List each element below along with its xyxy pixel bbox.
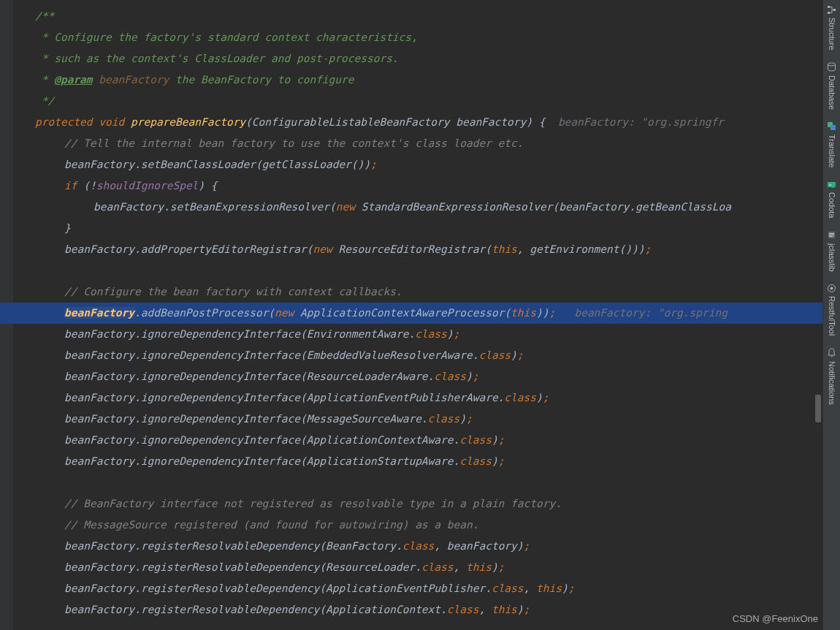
tool-structure[interactable]: Structure xyxy=(823,0,840,58)
javadoc-line: /** xyxy=(35,10,54,22)
code-editor[interactable]: /** * Configure the factory's standard c… xyxy=(0,0,822,630)
svg-rect-9 xyxy=(829,233,834,234)
code-text: } xyxy=(64,222,71,234)
keyword: class xyxy=(504,392,536,403)
tool-database[interactable]: Database xyxy=(823,58,840,117)
keyword: class xyxy=(459,434,492,446)
svg-rect-5 xyxy=(831,125,836,130)
code-text: , xyxy=(454,561,466,573)
keyword: class xyxy=(415,328,447,340)
tool-notifications[interactable]: Notifications xyxy=(823,344,840,412)
svg-point-3 xyxy=(828,63,836,66)
svg-text:>_: >_ xyxy=(829,182,835,188)
svg-rect-0 xyxy=(828,6,830,8)
keyword: class xyxy=(447,604,479,615)
variable-ref: beanFactory xyxy=(64,307,134,319)
structure-icon xyxy=(827,4,837,15)
semicolon: ; xyxy=(498,434,505,446)
code-text: beanFactory.ignoreDependencyInterface(Ap… xyxy=(64,392,504,403)
code-text: )) xyxy=(536,307,549,319)
keyword-this: this xyxy=(536,582,562,594)
code-text: beanFactory.ignoreDependencyInterface(En… xyxy=(64,328,415,340)
javadoc-line: * Configure the factory's standard conte… xyxy=(35,31,418,43)
code-text: beanFactory.registerResolvableDependency… xyxy=(64,604,447,615)
highlighted-line[interactable]: beanFactory.addBeanPostProcessor(new App… xyxy=(13,303,822,324)
keyword: class xyxy=(428,413,460,425)
code-text: beanFactory.ignoreDependencyInterface(Me… xyxy=(64,413,428,425)
inline-hint: beanFactory: "org.springfr xyxy=(545,116,723,128)
code-text: .addBeanPostProcessor( xyxy=(134,307,275,319)
comment: // Tell the internal bean factory to use… xyxy=(64,137,524,149)
code-text: ApplicationContextAwareProcessor( xyxy=(294,307,511,319)
code-text: beanFactory.registerResolvableDependency… xyxy=(64,582,492,594)
semicolon: ; xyxy=(549,307,556,319)
blank-line xyxy=(13,260,822,281)
tool-jclasslib[interactable]: jclasslib xyxy=(823,226,840,279)
keyword: class xyxy=(434,371,466,382)
keyword: void xyxy=(93,116,131,128)
inline-hint: beanFactory: "org.spring xyxy=(555,307,728,319)
code-text: , xyxy=(524,582,536,594)
code-text: ) xyxy=(536,392,543,403)
scrollbar-track[interactable] xyxy=(814,0,822,630)
keyword-this: this xyxy=(492,243,517,255)
comment: // MessageSource registered (and found f… xyxy=(64,519,478,531)
tool-label: Translate xyxy=(828,134,836,167)
javadoc-param: beanFactory xyxy=(93,74,169,86)
tool-translate[interactable]: Translate xyxy=(823,117,840,175)
code-text: ) xyxy=(492,455,498,467)
code-text: ) xyxy=(459,413,466,425)
code-text: beanFactory.ignoreDependencyInterface(Em… xyxy=(64,349,478,361)
tool-restful[interactable]: RestfulTool xyxy=(823,278,840,343)
jclasslib-icon xyxy=(827,230,837,240)
code-text: ) xyxy=(517,604,524,615)
code-text: ) xyxy=(492,561,498,573)
scrollbar-highlight-mark xyxy=(814,310,822,312)
javadoc-tag: @param xyxy=(54,74,92,86)
semicolon: ; xyxy=(370,159,377,170)
tool-label: jclasslib xyxy=(828,243,836,272)
code-text: ) xyxy=(466,371,473,382)
right-tool-bar: Structure Database Translate >_ Codota j… xyxy=(822,0,840,630)
svg-rect-1 xyxy=(828,12,830,14)
keyword: class xyxy=(492,582,524,594)
code-text: beanFactory.setBeanExpressionResolver( xyxy=(93,201,336,213)
svg-point-13 xyxy=(831,286,833,289)
code-text: beanFactory.registerResolvableDependency… xyxy=(64,540,402,552)
semicolon: ; xyxy=(454,328,460,340)
code-text: beanFactory.setBeanClassLoader(getClassL… xyxy=(64,159,370,170)
keyword: class xyxy=(402,540,435,552)
translate-icon xyxy=(827,121,837,132)
code-text: beanFactory.ignoreDependencyInterface(Ap… xyxy=(64,434,459,446)
tool-label: Codota xyxy=(828,192,836,218)
keyword: class xyxy=(478,349,511,361)
code-text: ) { xyxy=(198,180,217,191)
blank-line xyxy=(13,472,822,493)
code-text: beanFactory.ignoreDependencyInterface(Ap… xyxy=(64,455,459,467)
code-text: ) xyxy=(447,328,454,340)
keyword: new xyxy=(313,243,332,255)
tool-codota[interactable]: >_ Codota xyxy=(823,175,840,225)
method-params: (ConfigurableListableBeanFactory beanFac… xyxy=(245,116,545,128)
restful-icon xyxy=(827,283,837,293)
semicolon: ; xyxy=(473,371,479,382)
codota-icon: >_ xyxy=(827,179,837,189)
svg-rect-2 xyxy=(833,9,836,11)
code-text: beanFactory.registerResolvableDependency… xyxy=(64,561,421,573)
code-text: StandardBeanExpressionResolver(beanFacto… xyxy=(355,201,731,213)
bell-icon xyxy=(827,348,837,358)
code-text: beanFactory.addPropertyEditorRegistrar( xyxy=(64,243,313,255)
tool-label: Notifications xyxy=(828,361,836,405)
semicolon: ; xyxy=(498,561,505,573)
keyword-this: this xyxy=(511,307,536,319)
javadoc-line: */ xyxy=(35,95,54,107)
code-content[interactable]: /** * Configure the factory's standard c… xyxy=(13,0,822,630)
field-ref: shouldIgnoreSpel xyxy=(96,180,199,191)
scrollbar-thumb[interactable] xyxy=(815,395,821,422)
comment: // BeanFactory interface not registered … xyxy=(64,498,562,509)
keyword: if xyxy=(64,180,77,191)
code-text: ) xyxy=(492,434,498,446)
code-text: , beanFactory) xyxy=(434,540,523,552)
watermark: CSDN @FeenixOne xyxy=(733,613,818,624)
semicolon: ; xyxy=(524,540,530,552)
